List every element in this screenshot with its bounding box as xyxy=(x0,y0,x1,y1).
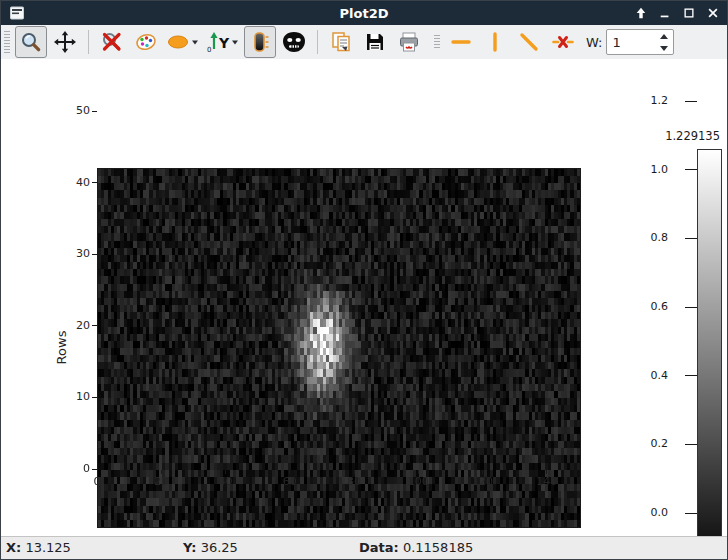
dropdown-arrow-icon xyxy=(192,41,198,45)
spin-up-icon[interactable] xyxy=(660,34,668,39)
magnifier-cross-icon xyxy=(100,30,124,54)
colorbar-tick-label: 0.4 xyxy=(636,369,668,382)
keep-above-button[interactable] xyxy=(633,5,649,21)
image-canvas[interactable] xyxy=(98,169,580,527)
y-tick-label: 10 xyxy=(54,390,90,403)
colorbar-tick-mark xyxy=(685,307,697,308)
ellipse-icon xyxy=(166,30,200,54)
colorbar-button[interactable] xyxy=(244,26,276,58)
x-tick-label: 80 xyxy=(332,475,376,488)
status-x-value: 13.125 xyxy=(25,540,71,555)
colorbar-gradient[interactable] xyxy=(697,149,722,560)
status-y: Y: 36.25 xyxy=(183,540,238,555)
colorbar-tick-mark xyxy=(685,513,697,514)
save-button[interactable] xyxy=(359,26,391,58)
profile-width-input[interactable] xyxy=(607,31,658,53)
x-tick-label: 120 xyxy=(461,475,505,488)
status-bar: X: 13.125 Y: 36.25 Data: 0.1158185 xyxy=(1,536,727,559)
x-tick-label: 0 xyxy=(75,475,119,488)
y-tick-mark xyxy=(92,397,97,398)
pan-button[interactable] xyxy=(49,26,81,58)
reset-zoom-button[interactable] xyxy=(96,26,128,58)
colorbar-tick-mark xyxy=(685,444,697,445)
colorbar-tick-label: 0.0 xyxy=(636,506,668,519)
x-tick-mark xyxy=(289,470,290,474)
minimize-button[interactable] xyxy=(657,5,673,21)
x-tick-label: 140 xyxy=(525,475,569,488)
plot-area[interactable] xyxy=(97,168,581,528)
figure-area: 020406080100120140 01020304050 Columns R… xyxy=(2,59,728,537)
clear-profile-button[interactable] xyxy=(547,26,579,58)
colormap-button[interactable] xyxy=(130,26,162,58)
profile-toolbar-grip[interactable] xyxy=(434,35,440,49)
colorbar-tick-label: 1.2 xyxy=(636,94,668,107)
toolbar-separator xyxy=(88,30,89,54)
magnifier-icon xyxy=(19,30,43,54)
app-icon xyxy=(9,5,25,21)
colorbar-tick-label: 0.8 xyxy=(636,231,668,244)
colorbar-tick-label: 0.6 xyxy=(636,300,668,313)
close-button[interactable] xyxy=(705,5,721,21)
status-data-value: 0.1158185 xyxy=(403,540,473,555)
vertical-line-icon xyxy=(483,30,507,54)
printer-icon xyxy=(397,30,421,54)
diagonal-line-icon xyxy=(517,30,541,54)
colorbar-tick-mark xyxy=(685,169,697,170)
y-tick-mark xyxy=(92,325,97,326)
clear-cross-icon xyxy=(551,30,575,54)
title-bar[interactable]: Plot2D xyxy=(1,1,727,25)
x-tick-mark xyxy=(482,470,483,474)
x-tick-label: 20 xyxy=(139,475,183,488)
mask-icon xyxy=(281,30,307,54)
toolbar-separator xyxy=(317,30,318,54)
y-tick-label: 50 xyxy=(54,104,90,117)
clipboard-copy-icon xyxy=(329,30,353,54)
profile-width-label: W: xyxy=(586,35,602,50)
y-tick-label: 40 xyxy=(54,176,90,189)
x-tick-mark xyxy=(225,470,226,474)
toolbar-grip[interactable] xyxy=(4,31,10,53)
colorbar-tick-mark xyxy=(685,375,697,376)
y-tick-mark xyxy=(92,182,97,183)
x-tick-mark xyxy=(161,470,162,474)
x-tick-mark xyxy=(546,470,547,474)
window-title: Plot2D xyxy=(1,6,727,21)
horizontal-profile-button[interactable] xyxy=(445,26,477,58)
y-tick-label: 30 xyxy=(54,247,90,260)
spin-down-icon[interactable] xyxy=(660,46,668,51)
y-axis-orientation-button[interactable]: 0 Y xyxy=(204,26,242,58)
maximize-button[interactable] xyxy=(681,5,697,21)
x-tick-mark xyxy=(97,470,98,474)
floppy-disk-icon xyxy=(363,30,387,54)
colorbar-tick-label: 1.0 xyxy=(636,163,668,176)
y-tick-mark xyxy=(92,111,97,112)
x-tick-label: 60 xyxy=(268,475,312,488)
line-profile-button[interactable] xyxy=(513,26,545,58)
horizontal-line-icon xyxy=(449,30,473,54)
colorbar-tick-label: 0.2 xyxy=(636,437,668,450)
toolbar: 0 Y xyxy=(1,25,727,59)
vertical-profile-button[interactable] xyxy=(479,26,511,58)
y-tick-mark xyxy=(92,469,97,470)
status-y-value: 36.25 xyxy=(201,540,238,555)
x-tick-label: 100 xyxy=(396,475,440,488)
x-tick-mark xyxy=(354,470,355,474)
plot2d-window: Plot2D xyxy=(0,0,728,560)
status-data-label: Data: xyxy=(359,540,399,555)
colorbar-max-label: 1.229135 xyxy=(620,129,720,143)
x-tick-label: 40 xyxy=(204,475,248,488)
y-tick-label: 0 xyxy=(54,462,90,475)
y-axis-icon: 0 Y xyxy=(205,30,241,54)
copy-button[interactable] xyxy=(325,26,357,58)
y-tick-mark xyxy=(92,254,97,255)
svg-text:Y: Y xyxy=(218,35,230,51)
mask-tools-button[interactable] xyxy=(278,26,310,58)
print-button[interactable] xyxy=(393,26,425,58)
pan-arrows-icon xyxy=(53,30,77,54)
colorbar-tick-mark xyxy=(685,238,697,239)
zoom-mode-button[interactable] xyxy=(15,26,47,58)
x-tick-mark xyxy=(418,470,419,474)
y-axis-label: Rows xyxy=(54,313,69,383)
profile-width-spinbox[interactable] xyxy=(606,29,674,55)
aspect-ratio-button[interactable] xyxy=(164,26,202,58)
